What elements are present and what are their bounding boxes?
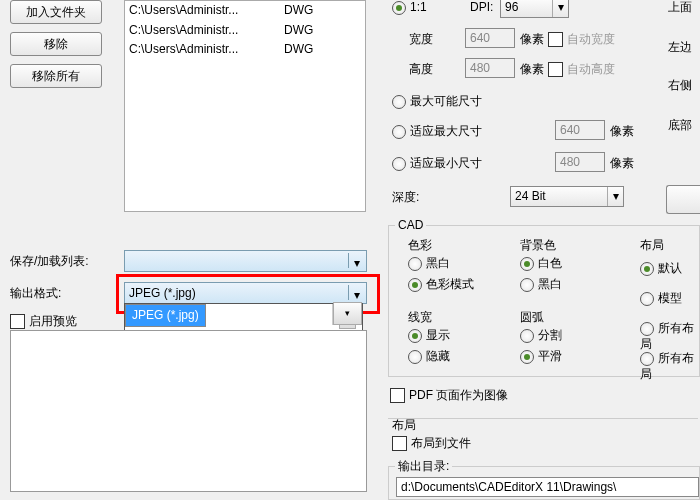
remove-all-button[interactable]: 移除所有 [10,64,102,88]
chevron-down-icon: ▾ [607,187,623,206]
color-label: 色彩 [408,238,432,254]
model-radio[interactable]: 模型 [640,291,682,307]
black-radio[interactable]: 黑白 [520,277,562,293]
all-layout2-radio[interactable]: 所有布局 [640,351,700,382]
bg-label: 背景色 [520,238,556,254]
auto-width-checkbox[interactable]: 自动宽度 [548,32,615,48]
layout-btm-label: 布局 [392,418,416,434]
linew-label: 线宽 [408,310,432,326]
white-radio[interactable]: 白色 [520,256,562,272]
margin-bottom-label: 底部 [668,118,692,134]
fit-max-input[interactable]: 640 [555,120,605,140]
max-possible-radio[interactable]: 最大可能尺寸 [392,94,482,110]
fit-min-radio[interactable]: 适应最小尺寸 [392,156,482,172]
margin-right-label: 右侧 [668,78,692,94]
chevron-down-icon: ▾ [552,0,568,17]
height-input[interactable]: 480 [465,58,515,78]
chevron-down-icon: ▾ [348,253,364,268]
depth-label: 深度: [392,190,419,206]
height-label: 高度 [409,62,433,78]
file-row[interactable]: C:\Users\Administr...DWG [125,40,365,60]
pdf-page-checkbox[interactable]: PDF 页面作为图像 [390,388,508,404]
cut-button[interactable] [666,185,700,214]
remove-button[interactable]: 移除 [10,32,102,56]
scroll-down-icon[interactable]: ▾ [333,302,362,325]
output-format-label: 输出格式: [10,286,61,302]
ratio-radio[interactable]: 1:1 [392,0,427,16]
smooth-radio[interactable]: 平滑 [520,349,562,365]
arc-label: 圆弧 [520,310,544,326]
margin-left-label: 左边 [668,40,692,56]
preview-area [10,330,367,492]
layout-to-file-checkbox[interactable]: 布局到文件 [392,436,471,452]
save-load-list-dropdown[interactable]: ▾ [124,250,367,272]
px-label: 像素 [610,124,634,140]
bw-radio[interactable]: 黑白 [408,256,450,272]
colormode-radio[interactable]: 色彩模式 [408,277,474,293]
hide-radio[interactable]: 隐藏 [408,349,450,365]
file-row[interactable]: C:\Users\Administr...DWG [125,1,365,21]
save-load-list-label: 保存/加载列表: [10,254,89,270]
format-option[interactable]: JPEG (*.jpg) [125,304,206,327]
px-label: 像素 [520,32,544,48]
add-folder-button[interactable]: 加入文件夹 [10,0,102,24]
dpi-label: DPI: [470,0,493,16]
split-radio[interactable]: 分割 [520,328,562,344]
default-radio[interactable]: 默认 [640,261,682,277]
width-label: 宽度 [409,32,433,48]
outdir-input[interactable]: d:\Documents\CADEditorX 11\Drawings\ [396,477,699,497]
show-radio[interactable]: 显示 [408,328,450,344]
px-label: 像素 [610,156,634,172]
fit-max-radio[interactable]: 适应最大尺寸 [392,124,482,140]
margin-top-label: 上面 [668,0,692,16]
dpi-select[interactable]: 96▾ [500,0,569,18]
depth-select[interactable]: 24 Bit▾ [510,186,624,207]
layout-label: 布局 [640,238,664,254]
px-label: 像素 [520,62,544,78]
all-layout-radio[interactable]: 所有布局 [640,321,700,352]
width-input[interactable]: 640 [465,28,515,48]
enable-preview-checkbox[interactable]: 启用预览 [10,314,77,330]
scrollbar[interactable]: ▴▾ [332,304,362,325]
file-row[interactable]: C:\Users\Administr...DWG [125,21,365,41]
fit-min-input[interactable]: 480 [555,152,605,172]
file-list[interactable]: C:\Users\Administr...DWG C:\Users\Admini… [124,0,366,212]
auto-height-checkbox[interactable]: 自动高度 [548,62,615,78]
